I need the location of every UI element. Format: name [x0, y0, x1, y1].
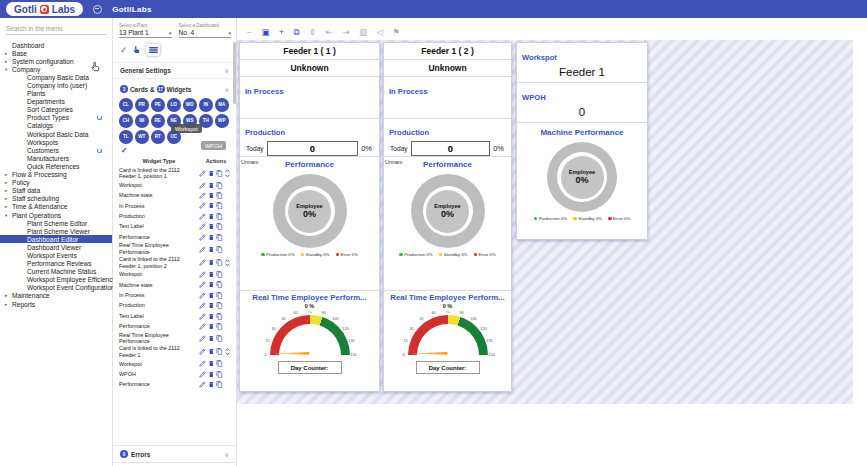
- tree-item[interactable]: Plant Scheme Editor: [0, 219, 112, 227]
- edit-icon[interactable]: [199, 335, 206, 342]
- widget-row[interactable]: Workspot: [119, 180, 233, 190]
- chevron-down-icon[interactable]: ∨: [225, 67, 229, 74]
- tree-item[interactable]: Workspot Basic Data: [0, 130, 112, 138]
- tree-item[interactable]: ▾ Plant Operations: [0, 211, 112, 219]
- copy-icon[interactable]: [216, 182, 223, 189]
- edit-icon[interactable]: [199, 302, 206, 309]
- copy-icon[interactable]: [216, 170, 223, 177]
- tree-item[interactable]: ▸ Time & Attendance: [0, 203, 112, 211]
- resize-icon[interactable]: ⇕: [309, 28, 316, 37]
- widget-row[interactable]: WPOH: [119, 369, 233, 379]
- delete-icon[interactable]: [208, 381, 215, 388]
- delete-icon[interactable]: [208, 360, 215, 367]
- widget-type-button[interactable]: IN: [199, 98, 213, 112]
- copy-icon[interactable]: [216, 202, 223, 209]
- delete-icon[interactable]: [208, 192, 215, 199]
- widget-type-button[interactable]: WT: [135, 130, 149, 144]
- edit-icon[interactable]: [199, 234, 206, 241]
- tree-arrow-icon[interactable]: ▸: [5, 180, 10, 185]
- edit-icon[interactable]: [199, 323, 206, 330]
- widget-type-button[interactable]: IM: [135, 114, 149, 128]
- widget-row[interactable]: Performance: [119, 379, 233, 389]
- widget-row[interactable]: Text Label: [119, 222, 233, 232]
- tree-item[interactable]: Quick References: [0, 162, 112, 170]
- edit-icon[interactable]: [199, 348, 206, 355]
- copy-icon[interactable]: [216, 360, 223, 367]
- tree-arrow-icon[interactable]: ▸: [5, 188, 10, 193]
- copy-icon[interactable]: [216, 348, 223, 355]
- tree-arrow-icon[interactable]: ▸: [5, 302, 10, 307]
- widget-row[interactable]: Card is linked to the 2112 Feeder 1: [119, 345, 233, 359]
- gotli-labs-logo[interactable]: Gotli Labs: [6, 2, 83, 16]
- tree-item[interactable]: ▸ Flow & Processing: [0, 171, 112, 179]
- delete-icon[interactable]: [208, 170, 215, 177]
- tree-item[interactable]: Plants: [0, 90, 112, 98]
- tree-arrow-icon[interactable]: ▾: [5, 67, 10, 72]
- tree-item[interactable]: Current Machine Status: [0, 268, 112, 276]
- hand-pointer-icon[interactable]: [132, 41, 141, 59]
- search-input[interactable]: [6, 23, 107, 35]
- chart-icon[interactable]: ▥: [359, 28, 367, 37]
- copy-icon[interactable]: [216, 292, 223, 299]
- widget-row[interactable]: Production: [119, 211, 233, 221]
- widget-row[interactable]: Performance: [119, 321, 233, 331]
- copy-icon[interactable]: [216, 323, 223, 330]
- in-process-widget[interactable]: In Process: [384, 77, 511, 119]
- copy-icon[interactable]: [216, 281, 223, 288]
- widget-row[interactable]: Card is linked to the 2112 Feeder 1, pos…: [119, 167, 233, 181]
- globe-icon[interactable]: [93, 5, 102, 14]
- tree-item[interactable]: ▸ Policy: [0, 179, 112, 187]
- tree-item[interactable]: Product Types: [0, 114, 112, 122]
- wpoh-widget[interactable]: WPOH 0: [517, 83, 647, 123]
- collapse-dash-icon[interactable]: −: [247, 28, 252, 37]
- plant-select[interactable]: Select a Plant 13 Plant 1 ▾: [119, 23, 172, 38]
- delete-icon[interactable]: [208, 371, 215, 378]
- cards-widgets-header[interactable]: 3 Cards & 17 Widgets ∧: [113, 79, 236, 96]
- tree-item[interactable]: ▸ Staff scheduling: [0, 195, 112, 203]
- widget-row[interactable]: Production: [119, 301, 233, 311]
- confirm-mode-icon[interactable]: ✓: [120, 45, 127, 55]
- tree-arrow-icon[interactable]: ▾: [5, 213, 10, 218]
- copy-icon[interactable]: [216, 213, 223, 220]
- widget-type-button[interactable]: TL: [119, 130, 133, 144]
- machine-performance-widget[interactable]: Machine Performance Employee 0% Producti…: [517, 123, 647, 221]
- errors-section[interactable]: 0 Errors ∨: [113, 445, 236, 463]
- edit-icon[interactable]: [199, 170, 206, 177]
- tree-item[interactable]: Departments: [0, 98, 112, 106]
- delete-icon[interactable]: [208, 323, 215, 330]
- panel-scrollbar-thumb[interactable]: [233, 42, 237, 104]
- delete-icon[interactable]: [208, 223, 215, 230]
- widget-row[interactable]: Performance: [119, 232, 233, 242]
- tree-item[interactable]: Dashboard Viewer: [0, 243, 112, 251]
- save-icon[interactable]: ▣: [261, 28, 269, 37]
- dashboard-card-feeder[interactable]: Feeder 1 ( 2 ) Unknown In Process Produc…: [383, 42, 512, 392]
- copy-icon[interactable]: [216, 259, 223, 266]
- tree-item[interactable]: Customers: [0, 146, 112, 154]
- edit-icon[interactable]: [199, 246, 206, 253]
- align-right-icon[interactable]: ⇥: [342, 28, 349, 37]
- delete-icon[interactable]: [208, 202, 215, 209]
- delete-icon[interactable]: [208, 348, 215, 355]
- widget-type-button[interactable]: WO: [183, 98, 197, 112]
- delete-icon[interactable]: [208, 234, 215, 241]
- delete-icon[interactable]: [208, 292, 215, 299]
- tree-item[interactable]: Plant Scheme Viewer: [0, 227, 112, 235]
- widget-row[interactable]: Workspot: [119, 359, 233, 369]
- sort-handle[interactable]: [225, 169, 230, 177]
- flag-icon[interactable]: ⚑: [393, 28, 401, 37]
- copy-icon[interactable]: [216, 313, 223, 320]
- copy-icon[interactable]: [216, 335, 223, 342]
- chevron-up-icon[interactable]: ∧: [225, 86, 229, 93]
- general-settings-row[interactable]: General Settings ∨: [113, 62, 236, 79]
- delete-icon[interactable]: [208, 182, 215, 189]
- edit-icon[interactable]: [199, 381, 206, 388]
- delete-icon[interactable]: [208, 302, 215, 309]
- workspot-widget[interactable]: Workspot Feeder 1: [517, 43, 647, 83]
- tree-arrow-icon[interactable]: ▸: [5, 204, 10, 209]
- widget-row[interactable]: Machine state: [119, 280, 233, 290]
- edit-icon[interactable]: [199, 223, 206, 230]
- tree-item[interactable]: Workspot Employee Efficiency: [0, 276, 112, 284]
- copy-icon[interactable]: [216, 371, 223, 378]
- tree-item[interactable]: Dashboard: [0, 41, 112, 49]
- tree-item[interactable]: Company Info (user): [0, 81, 112, 89]
